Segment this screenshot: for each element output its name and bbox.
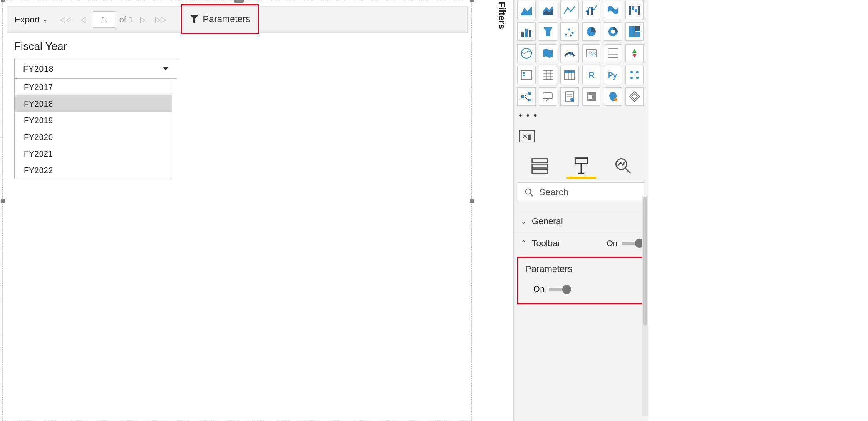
svg-point-65: [614, 98, 617, 101]
fields-tab-icon[interactable]: [531, 157, 549, 175]
viz-kpi-icon[interactable]: [625, 44, 644, 62]
svg-line-55: [524, 93, 528, 97]
svg-text:123: 123: [588, 51, 596, 56]
format-search-input[interactable]: Search: [518, 182, 644, 202]
svg-point-23: [521, 48, 531, 58]
viz-keyinfluencers-icon[interactable]: [625, 66, 644, 84]
export-label: Export: [15, 15, 40, 25]
parameters-setting-highlight: Parameters On: [517, 257, 645, 304]
viz-filled-map-icon[interactable]: [539, 44, 557, 62]
toolbar-toggle[interactable]: On: [606, 239, 642, 248]
funnel-icon: [190, 15, 199, 24]
svg-rect-70: [532, 169, 547, 173]
svg-point-62: [570, 98, 574, 101]
viz-powerapps-icon[interactable]: [625, 87, 644, 106]
format-tab-switch: [514, 157, 648, 175]
viz-card-icon[interactable]: 123: [582, 44, 600, 62]
viz-narrative-icon[interactable]: [582, 87, 600, 106]
page-number-input[interactable]: [93, 11, 115, 28]
svg-marker-66: [630, 92, 640, 102]
viz-scatter-icon[interactable]: [560, 22, 579, 41]
dropdown-selected[interactable]: FY2018: [15, 59, 177, 78]
search-placeholder: Search: [539, 187, 568, 198]
viz-pie-icon[interactable]: [582, 22, 600, 41]
fiscal-year-dropdown[interactable]: FY2018 FY2017FY2018FY2019FY2020FY2021FY2…: [14, 59, 177, 79]
dropdown-option[interactable]: FY2019: [15, 112, 172, 129]
resize-handle-ne[interactable]: [470, 0, 474, 2]
dropdown-option[interactable]: FY2021: [15, 145, 172, 162]
prev-page-button[interactable]: ◁: [78, 15, 89, 24]
viz-arcgis-icon[interactable]: [604, 87, 622, 106]
svg-line-74: [625, 168, 630, 174]
svg-rect-20: [629, 26, 635, 37]
viz-line-icon[interactable]: [560, 1, 579, 19]
resize-handle-n[interactable]: [234, 0, 244, 3]
svg-rect-53: [528, 92, 531, 95]
viz-donut-icon[interactable]: [604, 22, 622, 41]
analytics-tab-icon[interactable]: [614, 157, 632, 175]
svg-rect-6: [632, 6, 634, 10]
svg-marker-30: [632, 49, 637, 53]
viz-r-icon[interactable]: R: [582, 66, 600, 84]
last-page-button[interactable]: ▷▷: [153, 15, 169, 24]
pager: ◁◁ ◁ of 1 ▷ ▷▷: [57, 11, 169, 28]
viz-paginated-icon[interactable]: [560, 87, 579, 106]
format-pane-scrollbar[interactable]: [642, 196, 648, 416]
dropdown-option[interactable]: FY2017: [15, 79, 172, 95]
svg-rect-69: [532, 164, 547, 168]
resize-handle-w[interactable]: [1, 199, 5, 203]
viz-slicer-icon[interactable]: [517, 66, 536, 84]
viz-funnel-icon[interactable]: [539, 22, 557, 41]
viz-multirow-icon[interactable]: [604, 44, 622, 62]
parameters-toggle[interactable]: On: [533, 284, 637, 294]
svg-rect-21: [635, 26, 640, 31]
export-button[interactable]: Export ⌄: [11, 12, 51, 27]
viz-gauge-icon[interactable]: [560, 44, 579, 62]
svg-point-14: [568, 29, 570, 31]
toggle-thumb: [562, 285, 571, 294]
viz-ribbon-icon[interactable]: [604, 1, 622, 19]
viz-matrix-icon[interactable]: [560, 66, 579, 84]
toggle-track: [622, 242, 642, 245]
resize-handle-e[interactable]: [470, 199, 474, 203]
resize-handle-nw[interactable]: [1, 0, 5, 2]
next-page-button[interactable]: ▷: [138, 15, 149, 24]
svg-rect-22: [635, 32, 640, 37]
svg-rect-54: [528, 99, 531, 101]
scrollbar-thumb[interactable]: [643, 197, 647, 326]
viz-table-icon[interactable]: [539, 66, 557, 84]
dropdown-option[interactable]: FY2022: [15, 162, 172, 179]
viz-waterfall-icon[interactable]: [625, 1, 644, 19]
viz-area-chart-icon[interactable]: [517, 1, 536, 19]
svg-rect-11: [529, 30, 531, 37]
viz-qna-icon[interactable]: [539, 87, 557, 106]
dropdown-option[interactable]: FY2020: [15, 129, 172, 145]
svg-rect-71: [575, 158, 587, 164]
svg-rect-33: [523, 72, 525, 74]
viz-combo-icon[interactable]: [582, 1, 600, 19]
svg-rect-64: [588, 95, 592, 99]
first-page-button[interactable]: ◁◁: [57, 15, 74, 24]
toolbar-section[interactable]: ⌃ Toolbar On: [514, 232, 648, 254]
viz-decomposition-icon[interactable]: [517, 87, 536, 106]
remove-visual-button[interactable]: ✕▮: [519, 130, 535, 142]
svg-rect-35: [543, 70, 553, 80]
filters-pane-tab[interactable]: Filters: [493, 0, 511, 46]
dropdown-list: FY2017FY2018FY2019FY2020FY2021FY2022: [14, 78, 172, 179]
format-tab-icon[interactable]: [572, 157, 590, 175]
viz-bar-icon[interactable]: [517, 22, 536, 41]
general-section[interactable]: ⌄ General: [514, 210, 648, 232]
dropdown-option[interactable]: FY2018: [15, 95, 172, 112]
viz-python-icon[interactable]: Py: [604, 66, 622, 84]
toolbar-section-label: Toolbar: [532, 238, 560, 248]
parameters-button-label: Parameters: [203, 14, 250, 25]
viz-stacked-area-icon[interactable]: [539, 1, 557, 19]
viz-gallery: 123RPy: [514, 0, 648, 108]
viz-treemap-icon[interactable]: [625, 22, 644, 41]
parameters-button[interactable]: Parameters: [181, 4, 259, 34]
parameter-label: Fiscal Year: [14, 40, 181, 53]
caret-down-icon: [163, 67, 169, 70]
chevron-up-icon: ⌃: [521, 239, 527, 248]
more-visuals-button[interactable]: • • •: [514, 108, 648, 122]
viz-map-icon[interactable]: [517, 44, 536, 62]
